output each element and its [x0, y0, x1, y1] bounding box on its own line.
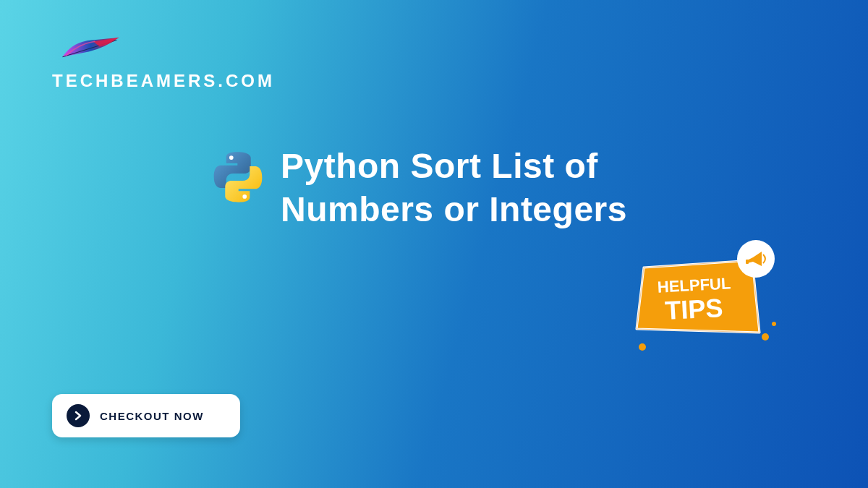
svg-point-2: [639, 343, 646, 351]
svg-point-0: [229, 155, 234, 160]
svg-point-1: [242, 194, 247, 199]
python-icon: [210, 149, 266, 205]
svg-point-4: [772, 322, 776, 326]
brand-name: TECHBEAMERS.COM: [52, 71, 275, 91]
hero-section: Python Sort List of Numbers or Integers: [210, 145, 686, 231]
feather-icon: [59, 35, 124, 64]
page-title: Python Sort List of Numbers or Integers: [281, 145, 686, 231]
cta-label: CHECKOUT NOW: [100, 410, 204, 422]
brand-logo-area: TECHBEAMERS.COM: [52, 35, 275, 91]
chevron-right-circle-icon: [67, 404, 90, 427]
helpful-tips-badge: HELPFUL TIPS: [622, 239, 788, 361]
svg-point-3: [762, 333, 769, 341]
tips-line2: TIPS: [664, 293, 723, 325]
checkout-button[interactable]: CHECKOUT NOW: [52, 394, 240, 437]
svg-rect-6: [746, 260, 749, 264]
